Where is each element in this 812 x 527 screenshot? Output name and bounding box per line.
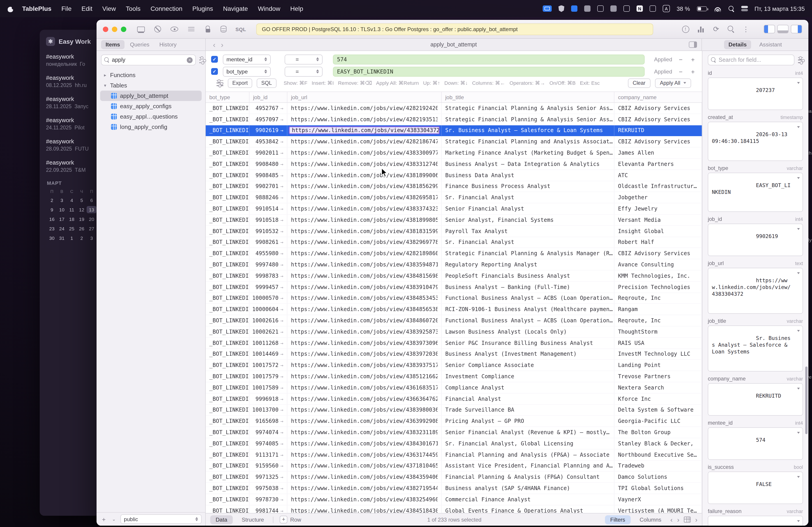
table-row[interactable]: _BOT_LINKEDIN 9902619 https://www.linked…	[206, 125, 702, 136]
table-row[interactable]: _BOT_LINKEDIN 4953842 https://www.linked…	[206, 136, 702, 148]
alert-icon[interactable]	[682, 26, 689, 33]
table-row[interactable]: _BOT_LINKEDIN 10017589 https://www.linke…	[206, 382, 702, 394]
add-row-button[interactable]: Row	[277, 516, 304, 523]
menubar-item[interactable]: File	[61, 5, 72, 12]
menubar-item[interactable]: Help	[290, 5, 303, 12]
fk-arrow-icon[interactable]	[280, 116, 283, 122]
add-item-chevron-icon[interactable]: ⌄	[110, 517, 117, 522]
shield-icon[interactable]	[559, 5, 564, 12]
fk-arrow-icon[interactable]	[280, 228, 283, 234]
connection-badge[interactable]: GO OFFER PROD | PostgreSQL 16.10 : TLSv1…	[256, 23, 653, 35]
table-row[interactable]: _BOT_LINKEDIN 9996918 https://www.linked…	[206, 393, 702, 405]
fk-arrow-icon[interactable]	[280, 395, 283, 402]
fk-arrow-icon[interactable]	[280, 251, 283, 257]
control-center-icon[interactable]	[741, 6, 748, 12]
sql-button[interactable]: SQL	[257, 78, 276, 88]
calendar-day[interactable]: 3	[57, 197, 67, 204]
table-row[interactable]: _BOT_LINKEDIN 9910518 https://www.linked…	[206, 215, 702, 226]
field-value-box[interactable]: 574	[708, 427, 803, 460]
keyboard-icon[interactable]	[610, 5, 617, 12]
search-icon[interactable]	[728, 26, 735, 32]
remove-filter-button[interactable]	[677, 56, 684, 63]
fk-arrow-icon[interactable]	[280, 429, 283, 436]
calendar-day[interactable]: 23	[47, 225, 57, 232]
table-row[interactable]: _BOT_LINKEDIN 9902701 https://www.linked…	[206, 181, 702, 192]
filter-settings-icon[interactable]	[217, 80, 223, 86]
toggle-bottom-panel-button[interactable]	[777, 25, 788, 33]
screen-sharing-icon[interactable]	[543, 5, 552, 12]
fk-arrow-icon[interactable]	[280, 284, 283, 290]
calendar-day[interactable]: 24	[57, 225, 67, 232]
docker-icon[interactable]	[623, 5, 630, 12]
table-row[interactable]: _BOT_LINKEDIN 9165698 https://www.linked…	[206, 416, 702, 427]
table-row[interactable]: _BOT_LINKEDIN 10017579 https://www.linke…	[206, 371, 702, 382]
toggle-left-panel-button[interactable]	[764, 25, 775, 33]
table-row[interactable]: _BOT_LINKEDIN 9974085 https://www.linked…	[206, 438, 702, 450]
minimize-window-button[interactable]	[112, 26, 117, 32]
table-row[interactable]: _BOT_LINKEDIN 9998783 https://www.linked…	[206, 270, 702, 282]
add-filter-button[interactable]	[689, 68, 697, 75]
table-row[interactable]: _BOT_LINKEDIN 10014469 https://www.linke…	[206, 349, 702, 360]
rows-icon[interactable]	[187, 26, 195, 33]
calendar-day[interactable]: 18	[67, 215, 77, 223]
fk-arrow-icon[interactable]	[280, 273, 283, 279]
tree-group-tables[interactable]: ▾ Tables	[100, 80, 202, 91]
field-value-box[interactable]: https://www.linkedin.com/jobs/view/43833…	[708, 268, 803, 314]
blue-app-icon[interactable]	[571, 5, 577, 12]
menubar-item[interactable]: Tools	[126, 5, 141, 12]
clear-search-icon[interactable]: ×	[187, 57, 193, 63]
filter-column-select[interactable]: mentee_id	[223, 54, 271, 64]
fk-arrow-icon[interactable]	[280, 206, 283, 212]
calendar-day[interactable]: 5	[77, 197, 87, 204]
sidebar-table-item[interactable]: apply_bot_attempt	[100, 91, 202, 101]
calendar-day[interactable]: 4	[67, 197, 77, 204]
fk-arrow-icon[interactable]	[280, 440, 283, 447]
close-window-button[interactable]	[103, 26, 108, 32]
fk-arrow-icon[interactable]	[280, 373, 283, 380]
table-row[interactable]: _BOT_LINKEDIN 9975038 https://www.linked…	[206, 483, 702, 494]
calendar-day[interactable]: 3	[87, 235, 97, 242]
sidebar-table-item[interactable]: long_apply_config	[100, 122, 202, 132]
calendar-day[interactable]: 9	[47, 206, 57, 213]
column-header[interactable]: bot_type	[206, 92, 249, 102]
fk-arrow-icon[interactable]	[280, 496, 283, 503]
menubar-item[interactable]: Window	[258, 5, 280, 12]
filter-operator-select[interactable]: =	[285, 66, 322, 76]
grid-options-icon[interactable]	[684, 517, 691, 523]
lock-icon[interactable]	[204, 26, 212, 33]
table-row[interactable]: _BOT_LINKEDIN 4955980 https://www.linked…	[206, 248, 702, 259]
calendar-day[interactable]: 27	[87, 225, 97, 232]
zoom-window-button[interactable]	[121, 26, 126, 32]
spotlight-search-icon[interactable]	[728, 6, 734, 12]
apple-logo-icon[interactable]	[7, 5, 14, 12]
calendar-day[interactable]: 2	[77, 235, 87, 242]
table-row[interactable]: _BOT_LINKEDIN 9981744 https://www.linked…	[206, 505, 702, 513]
table-row[interactable]: _BOT_LINKEDIN 10002621 https://www.linke…	[206, 326, 702, 338]
filter-value-input[interactable]: 574	[333, 54, 644, 64]
camera-icon[interactable]	[584, 5, 591, 12]
stats-icon[interactable]	[650, 5, 656, 12]
filter-column-select[interactable]: bot_type	[223, 66, 271, 76]
table-row[interactable]: _BOT_LINKEDIN 10013700 https://www.linke…	[206, 405, 702, 416]
column-header[interactable]: job_url	[287, 92, 441, 102]
details-search-box[interactable]	[708, 55, 794, 65]
fk-arrow-icon[interactable]	[280, 362, 283, 368]
tab-details[interactable]: Details	[724, 40, 751, 49]
tab-history[interactable]: History	[155, 40, 181, 49]
table-row[interactable]: _BOT_LINKEDIN 9997480 https://www.linked…	[206, 259, 702, 270]
filter-enabled-checkbox[interactable]	[211, 56, 218, 63]
table-row[interactable]: _BOT_LINKEDIN 9910514 https://www.linked…	[206, 203, 702, 215]
menubar-item[interactable]: TablePlus	[22, 5, 52, 12]
table-row[interactable]: _BOT_LINKEDIN 9974074 https://www.linked…	[206, 427, 702, 438]
calendar-day[interactable]: 12	[77, 206, 87, 213]
sql-editor-icon[interactable]: SQL	[235, 26, 246, 32]
fk-arrow-icon[interactable]	[280, 306, 283, 312]
column-header[interactable]: job_id	[249, 92, 287, 102]
export-button[interactable]: Export	[228, 78, 252, 88]
tab-assistant[interactable]: Assistant	[755, 40, 786, 49]
fk-arrow-icon[interactable]	[280, 239, 283, 245]
input-source-icon[interactable]: А	[663, 5, 670, 12]
wifi-icon[interactable]	[713, 6, 722, 12]
fk-arrow-icon[interactable]	[280, 329, 283, 335]
menubar-item[interactable]: Navigate	[223, 5, 248, 12]
